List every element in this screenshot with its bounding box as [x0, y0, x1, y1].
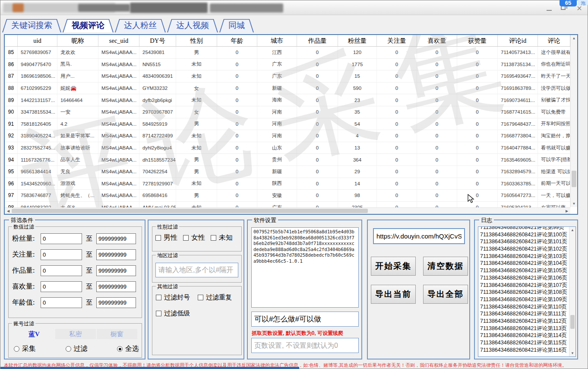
table-cell: 75818126405: [18, 118, 57, 130]
checkbox-lowlevel[interactable]: 过滤低级: [156, 309, 241, 318]
table-cell: 妮妮🚘: [57, 83, 98, 94]
tab-influencer-videos[interactable]: 达人视频: [167, 19, 218, 32]
works-min-input[interactable]: [41, 265, 82, 276]
works-max-input[interactable]: [96, 265, 136, 276]
table-cell: 25439081: [139, 47, 176, 58]
scroll-left-arrow[interactable]: ◀: [6, 209, 11, 213]
tab-same-city[interactable]: 同城: [219, 19, 254, 32]
start-collect-button[interactable]: 开始采集: [371, 257, 416, 276]
clear-data-button[interactable]: 清空数据: [423, 257, 468, 276]
table-cell: 0: [377, 94, 417, 106]
table-cell: 未知: [176, 59, 217, 70]
log-scrollbar[interactable]: ▲ ▼: [569, 227, 575, 356]
segment-private[interactable]: 私密: [55, 329, 96, 339]
scroll-down-arrow[interactable]: ▼: [571, 202, 577, 206]
follow-min-input[interactable]: [41, 249, 82, 260]
table-cell: MS4wLjABAA...: [98, 94, 139, 106]
segment-blue-v[interactable]: 蓝V: [14, 329, 54, 339]
checkbox-male[interactable]: 男性: [155, 233, 177, 242]
table-cell: 0: [297, 154, 338, 165]
radio-filter[interactable]: 过滤: [66, 344, 88, 353]
table-vertical-scrollbar[interactable]: ▲ ▼: [570, 35, 577, 207]
table-row[interactable]: 9231890405224...如果是宇将军...MS4wLjABAA...87…: [5, 130, 570, 142]
table-cell: 0: [457, 142, 498, 154]
checkbox-duplicate[interactable]: 过滤重复: [198, 293, 240, 302]
table-row[interactable]: 8694904775470黑马.MS4wLjABAA...NN5515未知0广东…: [5, 59, 570, 71]
table-cell: 未知: [176, 70, 217, 82]
fans-max-input[interactable]: [96, 233, 136, 244]
results-table: uid昵称sec_uidDY号性别年龄城市作品量粉丝量关注量喜欢量获赞量评论id…: [4, 34, 578, 215]
scroll-up-arrow[interactable]: ▲: [571, 36, 577, 40]
table-horizontal-scrollbar[interactable]: ◀ ▶: [5, 207, 570, 214]
follow-max-input[interactable]: [96, 249, 136, 260]
log-panel-title: 日志: [479, 216, 494, 224]
tab-influencer-fans[interactable]: 达人粉丝: [115, 19, 166, 32]
table-cell: 0: [417, 154, 457, 165]
table-cell: 如果是宇将军...: [57, 130, 98, 142]
age-min-input[interactable]: [41, 297, 82, 308]
table-cell: 0: [457, 166, 498, 178]
region-input[interactable]: [155, 263, 238, 277]
scroll-up-arrow[interactable]: ▲: [569, 228, 575, 232]
age-label: 年龄值:: [12, 298, 41, 307]
checkbox-banned[interactable]: 过滤封号: [156, 293, 198, 302]
radio-label: 全选: [125, 344, 139, 353]
checkbox-unknown[interactable]: 未知: [211, 233, 233, 242]
export-current-button[interactable]: 导出当前: [371, 285, 416, 304]
table-row[interactable]: 9596561384414无良MS4wLjABAA...704262254男0新…: [5, 166, 570, 178]
table-cell: 陕西: [257, 178, 297, 190]
scroll-thumb[interactable]: [572, 171, 576, 187]
table-cell: 0: [377, 130, 417, 142]
tab-video-comments[interactable]: 视频评论: [63, 19, 114, 32]
log-lines: 7113864346882608421评论第99页711386434688260…: [478, 226, 575, 353]
numeric-filter-row: 关注量:至: [9, 247, 142, 263]
likes-min-input[interactable]: [41, 281, 82, 292]
table-cell: 4.2: [57, 118, 98, 130]
fans-label: 粉丝量:: [12, 234, 41, 243]
table-cell: MS4wLjABAA...: [98, 154, 139, 165]
table-row[interactable]: 8867102995229妮妮🚘MS4wLjABAA...GYM33232女0新…: [5, 83, 570, 95]
fans-min-input[interactable]: [41, 233, 82, 244]
export-all-button[interactable]: 导出全部: [423, 285, 468, 304]
table-row[interactable]: 9328327552745...故事讲给谁听MS4wLjABAA...dyhl2…: [5, 142, 570, 154]
table-row[interactable]: 9615434520960...游游戏MS4wLjABAA...72781929…: [5, 178, 570, 190]
region-filter-title: 地区过滤: [156, 252, 179, 259]
log-list[interactable]: 7113864346882608421评论第99页711386434688260…: [478, 226, 576, 357]
column-header: 获赞量: [457, 35, 498, 46]
minimize-button[interactable]: [544, 5, 555, 13]
video-url-input[interactable]: [373, 228, 465, 244]
table-row[interactable]: 8718696198506...用户...MS4wLjABAA...483409…: [5, 70, 570, 83]
table-cell: 48340906391: [139, 70, 176, 82]
segment-showcase[interactable]: 橱窗: [97, 329, 137, 339]
scroll-thumb[interactable]: [570, 315, 575, 329]
license-key-box[interactable]: 007952f5b5b741eb1ef95068a8d1b95e4d03b8a4…: [251, 227, 359, 308]
topic-input[interactable]: [251, 312, 359, 327]
table-cell: 0: [457, 70, 498, 82]
table-row[interactable]: 9033473815534...一安MS4wLjABAA...297039678…: [5, 106, 570, 118]
scroll-thumb[interactable]: [12, 209, 368, 213]
pages-input[interactable]: [251, 338, 359, 353]
table-cell: 0: [297, 47, 338, 58]
checkbox-female[interactable]: 女性: [183, 233, 205, 242]
table-row[interactable]: 8552769839057龙欢欢MS4wLjABAA...25439081男0江…: [5, 47, 570, 59]
table-cell: 31890405224...: [18, 130, 57, 142]
tab-keyword-search[interactable]: 关键词搜索: [2, 19, 61, 32]
log-line: 7113864346882608421评论第107页: [480, 282, 575, 289]
scroll-right-arrow[interactable]: ▶: [564, 209, 569, 213]
radio-select-all[interactable]: 全选: [117, 344, 139, 353]
table-cell: GYM33232: [139, 83, 176, 94]
radio-collect[interactable]: 采集: [14, 344, 36, 353]
app-window: ✕ 65 泡 关键词搜索视频评论达人粉丝达人视频同城 uid昵称sec_uidD…: [0, 0, 588, 369]
scroll-down-arrow[interactable]: ▼: [569, 351, 575, 355]
table-row[interactable]: 8914422131157...16466464MS4wLjABAA...dyf…: [5, 94, 570, 106]
age-max-input[interactable]: [96, 297, 136, 308]
log-line: 7113864346882608421评论第114页: [480, 332, 575, 339]
to-label: 至: [86, 299, 92, 307]
table-row[interactable]: 9411167326776...品享人生MS4wLjABAA...dh15185…: [5, 154, 570, 166]
table-row[interactable]: 9898440083202大-年8MS4wLjABAAAMV-mai 03 05…: [5, 202, 570, 208]
table-row[interactable]: 91758181264054.2MS4wLjABAA...584925919男0…: [5, 118, 570, 130]
table-cell: 71605304213: [498, 202, 538, 208]
table-row[interactable]: 9775836746877烤蚝先生、（...MS4wLjABAA...69586…: [5, 190, 570, 202]
likes-max-input[interactable]: [96, 281, 136, 292]
table-cell: 品享人生: [57, 154, 98, 165]
